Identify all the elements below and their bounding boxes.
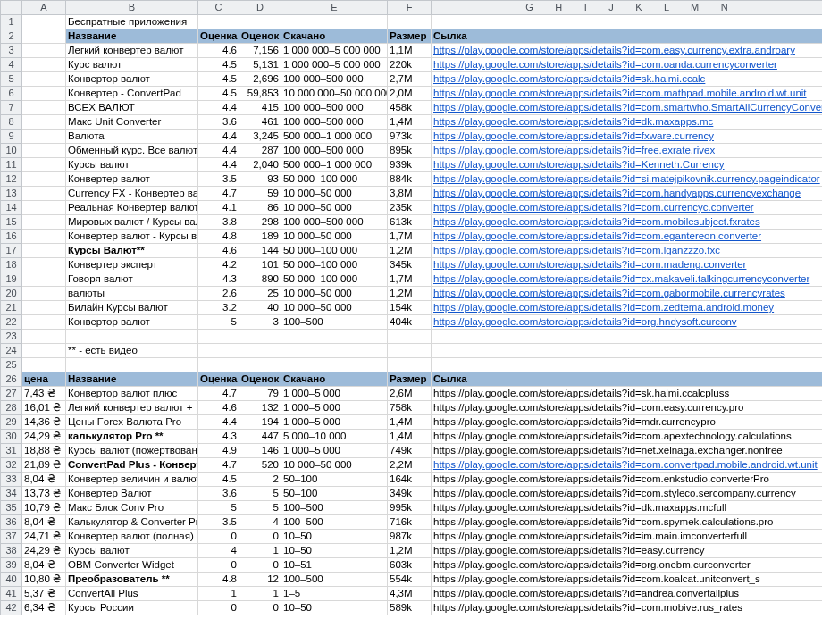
- col-header[interactable]: E: [281, 1, 388, 15]
- cell-rating[interactable]: 4.3: [198, 272, 239, 287]
- row-header[interactable]: 34: [1, 487, 22, 501]
- cell-url[interactable]: https://play.google.com/store/apps/detai…: [432, 144, 823, 158]
- cell-name[interactable]: Валюта: [66, 130, 198, 144]
- row-header[interactable]: 12: [1, 172, 22, 187]
- cell-votes[interactable]: 79: [239, 387, 281, 401]
- cell-downloads[interactable]: 10–50: [281, 530, 388, 544]
- cell-size[interactable]: 613k: [388, 215, 432, 230]
- grid[interactable]: A B C D E F G H I J K L M N 1Беспратные …: [0, 0, 822, 615]
- hyperlink[interactable]: https://play.google.com/store/apps/detai…: [433, 173, 820, 184]
- table-row[interactable]: 19Говоря валют4.389050 000–100 0001,7Mht…: [1, 272, 823, 287]
- cell[interactable]: [22, 144, 66, 158]
- cell-rating[interactable]: 0: [198, 601, 239, 615]
- hyperlink[interactable]: https://play.google.com/store/apps/detai…: [433, 188, 801, 198]
- cell-size[interactable]: 1,2M: [388, 287, 432, 301]
- cell-votes[interactable]: 144: [239, 244, 281, 258]
- cell-name[interactable]: Курсы России: [66, 601, 198, 615]
- table-row[interactable]: 15Мировых валют / Курсы валют3.8298100 0…: [1, 215, 823, 230]
- row-header[interactable]: 5: [1, 72, 22, 87]
- cell-downloads[interactable]: 100 000–500 000: [281, 115, 388, 130]
- cell-rating[interactable]: 2.6: [198, 287, 239, 301]
- cell[interactable]: [388, 15, 432, 29]
- cell-downloads[interactable]: 10–50: [281, 544, 388, 558]
- hdr-size[interactable]: Размер: [388, 29, 432, 44]
- cell-name[interactable]: Курсы Валют**: [66, 244, 198, 258]
- cell-rating[interactable]: 4.4: [198, 101, 239, 115]
- table-row[interactable]: 25: [1, 358, 823, 372]
- cell-rating[interactable]: 4.3: [198, 430, 239, 444]
- hyperlink[interactable]: https://play.google.com/store/apps/detai…: [433, 45, 795, 55]
- cell-size[interactable]: 554k: [388, 573, 432, 587]
- cell-votes[interactable]: 59,853: [239, 87, 281, 101]
- table-row[interactable]: 18Конвертер эксперт4.210150 000–100 0003…: [1, 258, 823, 272]
- table-row[interactable]: 14Реальная Конвертер валют Вр4.18610 000…: [1, 201, 823, 215]
- cell-size[interactable]: 404k: [388, 315, 432, 330]
- hyperlink[interactable]: https://play.google.com/store/apps/detai…: [433, 145, 715, 155]
- cell-name[interactable]: Конвертер эксперт: [66, 258, 198, 272]
- table-row[interactable]: 398,04 ₴OBM Converter Widget0010–51603kh…: [1, 558, 823, 573]
- cell-url[interactable]: https://play.google.com/store/apps/detai…: [432, 130, 823, 144]
- hyperlink[interactable]: https://play.google.com/store/apps/detai…: [433, 459, 818, 470]
- table-row[interactable]: 3510,79 ₴Макс Блок Conv Pro55100–500995k…: [1, 501, 823, 515]
- table-row[interactable]: 21Билайн Курсы валют3.24010 000–50 00015…: [1, 301, 823, 315]
- cell-downloads[interactable]: 10–50: [281, 601, 388, 615]
- cell-rating[interactable]: 3.5: [198, 172, 239, 187]
- cell-size[interactable]: 1,7M: [388, 230, 432, 244]
- row-header[interactable]: 14: [1, 201, 22, 215]
- row-header[interactable]: 22: [1, 315, 22, 330]
- hyperlink[interactable]: https://play.google.com/store/apps/detai…: [433, 245, 720, 255]
- cell-downloads[interactable]: 500 000–1 000 000: [281, 130, 388, 144]
- cell-name[interactable]: Легкий конвертер валют: [66, 44, 198, 58]
- row-header[interactable]: 39: [1, 558, 22, 573]
- cell-downloads[interactable]: 50–100: [281, 473, 388, 487]
- cell-name[interactable]: Конвертер валют: [66, 172, 198, 187]
- hdr-url[interactable]: Сылка: [432, 29, 823, 44]
- cell-votes[interactable]: 12: [239, 573, 281, 587]
- cell-name[interactable]: Конвертор валют плюс: [66, 387, 198, 401]
- cell-name[interactable]: Легкий конвертер валют +: [66, 401, 198, 415]
- hdr-downloads[interactable]: Скачано: [281, 29, 388, 44]
- table-row[interactable]: 24** - есть видео: [1, 344, 823, 358]
- row-header[interactable]: 17: [1, 244, 22, 258]
- row-header[interactable]: 27: [1, 387, 22, 401]
- cell-rating[interactable]: 4.7: [198, 187, 239, 201]
- cell-votes[interactable]: 25: [239, 287, 281, 301]
- row-header[interactable]: 1: [1, 15, 22, 29]
- row-header[interactable]: 11: [1, 158, 22, 172]
- cell-rating[interactable]: 0: [198, 558, 239, 573]
- hdr-rating[interactable]: Оценка: [198, 29, 239, 44]
- row-header[interactable]: 35: [1, 501, 22, 515]
- cell-rating[interactable]: 0: [198, 530, 239, 544]
- cell-votes[interactable]: 2,040: [239, 158, 281, 172]
- cell-size[interactable]: 154k: [388, 301, 432, 315]
- table-row[interactable]: 23: [1, 330, 823, 344]
- hyperlink[interactable]: https://play.google.com/store/apps/detai…: [433, 159, 725, 170]
- cell[interactable]: [198, 330, 239, 344]
- table-row[interactable]: 2914,36 ₴Цены Forex Валюта Pro4.41941 00…: [1, 415, 823, 430]
- table-row[interactable]: 20валюты2.62510 000–50 0001,2Mhttps://pl…: [1, 287, 823, 301]
- cell-price[interactable]: 24,29 ₴: [22, 430, 66, 444]
- cell-name[interactable]: Билайн Курсы валют: [66, 301, 198, 315]
- cell-downloads[interactable]: 10 000 000–50 000 000: [281, 87, 388, 101]
- cell-votes[interactable]: 415: [239, 101, 281, 115]
- cell-name[interactable]: OBM Converter Widget: [66, 558, 198, 573]
- cell-rating[interactable]: 4.9: [198, 444, 239, 458]
- cell-rating[interactable]: 3.8: [198, 215, 239, 230]
- cell[interactable]: [432, 15, 823, 29]
- cell-name[interactable]: Конвертер Валют: [66, 487, 198, 501]
- cell[interactable]: [281, 330, 388, 344]
- cell-size[interactable]: 458k: [388, 101, 432, 115]
- cell-downloads[interactable]: 50 000–100 000: [281, 258, 388, 272]
- hyperlink[interactable]: https://play.google.com/store/apps/detai…: [433, 259, 746, 270]
- cell-rating[interactable]: 4.4: [198, 130, 239, 144]
- row-header[interactable]: 37: [1, 530, 22, 544]
- hyperlink[interactable]: https://play.google.com/store/apps/detai…: [433, 88, 807, 98]
- note-video[interactable]: ** - есть видео: [66, 344, 198, 358]
- cell-downloads[interactable]: 1 000 000–5 000 000: [281, 58, 388, 72]
- cell-name[interactable]: Конвертер валют - Курсы валю: [66, 230, 198, 244]
- cell-votes[interactable]: 93: [239, 172, 281, 187]
- cell-votes[interactable]: 461: [239, 115, 281, 130]
- cell-name[interactable]: Обменный курс. Все валюты: [66, 144, 198, 158]
- cell-url[interactable]: https://play.google.com/store/apps/detai…: [432, 187, 823, 201]
- cell-rating[interactable]: 4.5: [198, 58, 239, 72]
